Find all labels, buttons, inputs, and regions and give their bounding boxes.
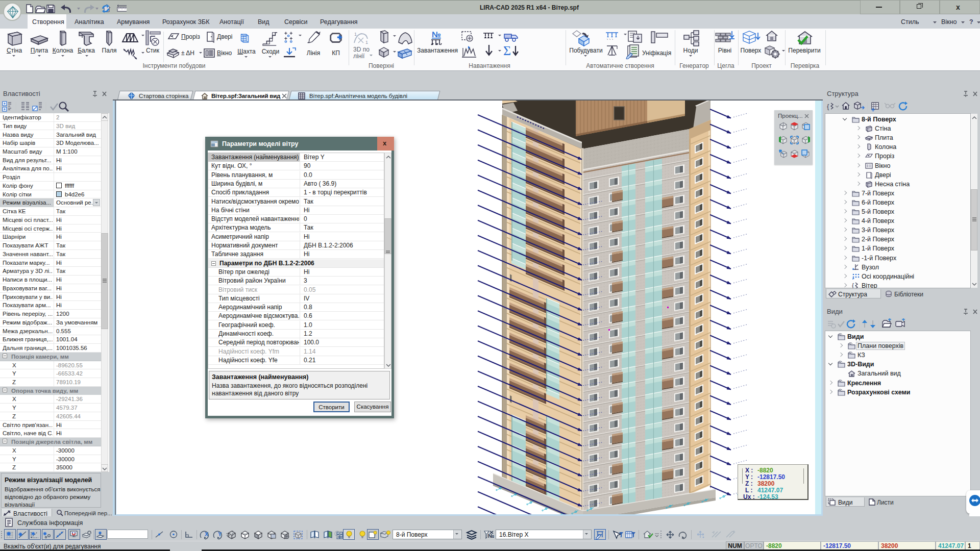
svg-text:1: 1 [354,32,357,37]
svg-text:Y: Y [218,531,222,537]
svg-text:№: № [432,30,441,39]
svg-text:X: X [205,531,209,537]
svg-text:1: 1 [365,40,368,45]
svg-text:№: № [488,533,494,539]
svg-text:Σ: Σ [503,44,511,58]
svg-text:{: { [827,103,829,110]
svg-text:{: { [852,282,854,288]
